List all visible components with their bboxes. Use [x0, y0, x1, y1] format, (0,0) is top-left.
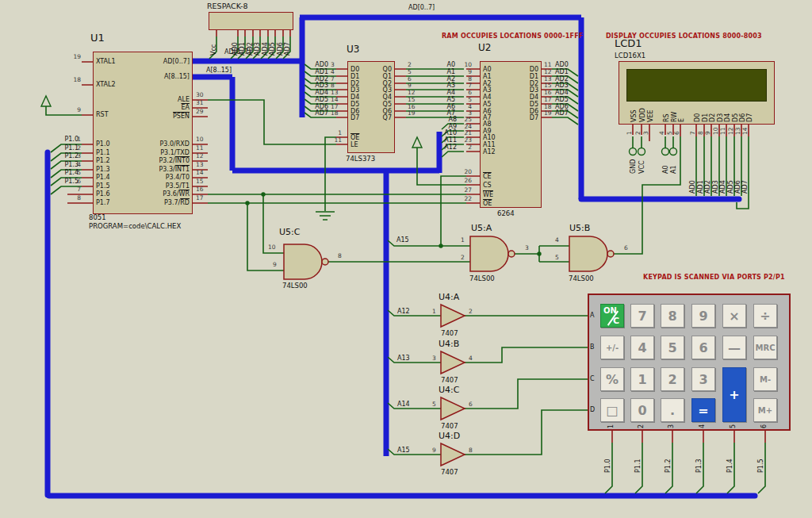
pin-number: 3 [432, 355, 436, 362]
pin-name: P1.6 [96, 190, 110, 198]
pin-number: 29 [196, 108, 204, 115]
u5b-value: 74LS00 [569, 275, 594, 282]
pin-name: AD5 [269, 42, 276, 56]
keypad-button-9[interactable]: 9 [691, 304, 715, 328]
pin-name: D6 [739, 113, 746, 122]
pin-name: P1.4 [96, 174, 110, 181]
keypad-button-2[interactable]: 2 [661, 367, 684, 391]
u5a-ref: U5:A [471, 224, 492, 232]
pin-number: 16 [544, 89, 552, 96]
pin-number: 2 [408, 61, 412, 68]
net-label-a15: A15 [396, 236, 409, 244]
pin-number: 2 [634, 131, 642, 135]
buffer-ref: U4:A [439, 294, 459, 301]
net-label: AD1 [555, 68, 569, 75]
pin-name: OE [483, 200, 492, 207]
pin-number: 7 [689, 131, 696, 135]
buffer-ref: U4:C [439, 386, 459, 393]
lcd-ref: LCD1 [615, 40, 642, 47]
pin-number: 8 [338, 252, 342, 259]
keypad-button-+[interactable]: + [722, 367, 746, 422]
chip-respack8[interactable] [209, 12, 293, 30]
pin-number: 4 [331, 68, 335, 75]
keypad-button-7[interactable]: 7 [630, 304, 654, 328]
net-label: P1.1 [47, 144, 79, 152]
net-label: P1.3 [47, 161, 79, 168]
net-label: AD1 [308, 68, 328, 75]
respack-ref: RESPACK-8 [207, 2, 247, 10]
pin-number: 4 [469, 355, 473, 362]
net-label: A4 [438, 89, 455, 96]
buffer-value: 7407 [441, 330, 458, 337]
buffer-value: 7407 [441, 423, 458, 430]
terminal-label: VCC [638, 160, 645, 174]
pin-number: 26 [458, 177, 472, 184]
pin-number: 9 [704, 131, 711, 135]
keypad-button-x[interactable]: . [661, 398, 684, 422]
pin-number: 5 [458, 96, 472, 103]
pin-name: A12 [483, 148, 496, 155]
keypad-button-5[interactable]: 5 [661, 336, 684, 359]
pin-number: 23 [458, 136, 472, 144]
port-net-label: P1.3 [695, 459, 703, 473]
pin-number: 19 [68, 53, 81, 60]
keypad-button-x[interactable]: % [600, 367, 624, 391]
pin-name: D3 [499, 86, 538, 94]
net-label: A0 [438, 61, 455, 68]
keypad-col-label: 2 [638, 424, 645, 428]
pin-number: 11 [719, 127, 726, 135]
keypad-button-MRC[interactable]: MRC [753, 336, 777, 359]
keypad-button-M-[interactable]: M- [753, 367, 777, 391]
pin-number: 3 [642, 131, 649, 135]
pin-name: AD0 [232, 42, 239, 56]
pin-number: 13 [331, 89, 339, 96]
annotation-ram: RAM OCCUPIES LOCATIONS 0000-1FFF [442, 33, 583, 40]
schematic-canvas: RAM OCCUPIES LOCATIONS 0000-1FFF DISPLAY… [0, 0, 812, 518]
pin-name: LE [350, 141, 358, 148]
pin-name: D1 [702, 113, 709, 122]
u1-program: PROGRAM=code\CALC.HEX [89, 223, 181, 230]
pin-number: 30 [196, 91, 204, 98]
net-label: AD6 [734, 180, 741, 194]
net-label: AD4 [719, 180, 726, 194]
keypad-button-8[interactable]: 8 [661, 304, 684, 328]
pin-name: P3.1/TXD [110, 149, 190, 156]
u5b-ref: U5:B [569, 224, 590, 232]
keypad-button-x[interactable]: ÷ [753, 304, 777, 328]
pin-name: A10 [483, 134, 496, 141]
bus-label-ad-top: AD[0..7] [408, 4, 435, 11]
keypad-button-x[interactable]: × [722, 304, 746, 328]
pin-number: 16 [196, 186, 204, 193]
pin-name: P3.2/INT0 [110, 157, 190, 164]
net-label: A12 [397, 308, 410, 315]
keypad-button-M+[interactable]: M+ [753, 398, 777, 422]
keypad-button-ONxC[interactable]: ONC [600, 304, 624, 328]
pin-number: 2 [469, 308, 473, 315]
keypad-button-x[interactable]: — [722, 336, 746, 359]
pin-name: AD4 [262, 42, 269, 56]
pin-name: D7 [499, 114, 538, 121]
keypad-button-1[interactable]: 1 [630, 367, 654, 391]
onc-button-face: ONC [601, 305, 623, 327]
pin-name: P3.0/RXD [110, 140, 190, 148]
pin-number: 6 [469, 401, 473, 408]
keypad-button-4[interactable]: 4 [630, 336, 654, 359]
pin-number: 1 [626, 131, 633, 135]
net-label: AD0 [555, 61, 569, 68]
net-label: AD0 [308, 61, 328, 68]
net-label: A5 [438, 96, 455, 103]
keypad-button-x[interactable]: = [691, 398, 715, 422]
keypad-button-x[interactable]: □ [600, 398, 624, 422]
pin-number: 31 [196, 99, 204, 106]
keypad-button-6[interactable]: 6 [691, 336, 715, 359]
net-label: AD7 [741, 180, 749, 194]
keypad-button-+x-[interactable]: +/- [600, 336, 624, 359]
pin-number: 4 [555, 236, 559, 244]
keypad-button-3[interactable]: 3 [691, 367, 715, 391]
pin-number: 12 [408, 89, 416, 96]
pin-number: 27 [458, 186, 472, 194]
keypad-button-0[interactable]: 0 [630, 398, 654, 422]
net-label: A13 [397, 355, 410, 362]
pin-number: 5 [432, 401, 436, 408]
net-label: A12 [439, 144, 457, 151]
